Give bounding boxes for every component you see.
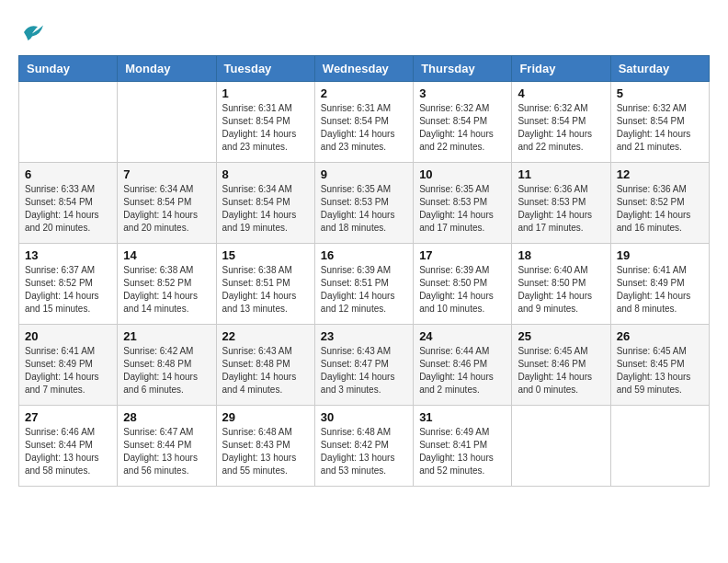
page-header (18, 18, 710, 46)
weekday-header: Friday (512, 56, 610, 82)
calendar-cell: 28Sunrise: 6:47 AM Sunset: 8:44 PM Dayli… (118, 406, 216, 487)
calendar-cell: 15Sunrise: 6:38 AM Sunset: 8:51 PM Dayli… (216, 244, 314, 325)
calendar-week-row: 1Sunrise: 6:31 AM Sunset: 8:54 PM Daylig… (19, 82, 710, 163)
calendar-cell: 22Sunrise: 6:43 AM Sunset: 8:48 PM Dayli… (216, 325, 314, 406)
day-number: 23 (321, 329, 407, 343)
calendar-cell: 24Sunrise: 6:44 AM Sunset: 8:46 PM Dayli… (414, 325, 512, 406)
day-number: 16 (321, 248, 407, 262)
weekday-header: Thursday (414, 56, 512, 82)
day-number: 6 (25, 167, 111, 181)
calendar-cell: 8Sunrise: 6:34 AM Sunset: 8:54 PM Daylig… (216, 163, 314, 244)
day-info: Sunrise: 6:38 AM Sunset: 8:52 PM Dayligh… (123, 264, 210, 316)
day-info: Sunrise: 6:41 AM Sunset: 8:49 PM Dayligh… (25, 345, 111, 396)
weekday-header: Monday (118, 56, 216, 82)
calendar-header-row: SundayMondayTuesdayWednesdayThursdayFrid… (19, 56, 710, 82)
day-info: Sunrise: 6:33 AM Sunset: 8:54 PM Dayligh… (25, 183, 111, 235)
calendar-cell: 19Sunrise: 6:41 AM Sunset: 8:49 PM Dayli… (610, 244, 709, 325)
calendar-cell: 5Sunrise: 6:32 AM Sunset: 8:54 PM Daylig… (610, 82, 709, 163)
calendar-cell: 26Sunrise: 6:45 AM Sunset: 8:45 PM Dayli… (610, 325, 709, 406)
weekday-header: Sunday (19, 56, 118, 82)
calendar-cell: 27Sunrise: 6:46 AM Sunset: 8:44 PM Dayli… (19, 406, 118, 487)
calendar-cell: 30Sunrise: 6:48 AM Sunset: 8:42 PM Dayli… (314, 406, 413, 487)
day-info: Sunrise: 6:32 AM Sunset: 8:54 PM Dayligh… (518, 102, 604, 154)
day-number: 5 (617, 86, 703, 100)
day-info: Sunrise: 6:43 AM Sunset: 8:48 PM Dayligh… (222, 345, 309, 396)
day-number: 20 (25, 329, 111, 343)
day-number: 15 (222, 248, 309, 262)
weekday-header: Tuesday (216, 56, 314, 82)
day-info: Sunrise: 6:42 AM Sunset: 8:48 PM Dayligh… (123, 345, 210, 396)
day-number: 9 (321, 167, 407, 181)
calendar-cell: 6Sunrise: 6:33 AM Sunset: 8:54 PM Daylig… (19, 163, 118, 244)
day-number: 1 (222, 86, 309, 100)
day-info: Sunrise: 6:49 AM Sunset: 8:41 PM Dayligh… (419, 426, 506, 477)
day-info: Sunrise: 6:35 AM Sunset: 8:53 PM Dayligh… (321, 183, 407, 235)
day-info: Sunrise: 6:43 AM Sunset: 8:47 PM Dayligh… (321, 345, 407, 396)
calendar-week-row: 6Sunrise: 6:33 AM Sunset: 8:54 PM Daylig… (19, 163, 710, 244)
calendar-cell (118, 82, 216, 163)
calendar-cell: 17Sunrise: 6:39 AM Sunset: 8:50 PM Dayli… (414, 244, 512, 325)
day-number: 17 (419, 248, 506, 262)
day-info: Sunrise: 6:37 AM Sunset: 8:52 PM Dayligh… (25, 264, 111, 316)
day-number: 25 (518, 329, 604, 343)
calendar-cell: 11Sunrise: 6:36 AM Sunset: 8:53 PM Dayli… (512, 163, 610, 244)
calendar-cell (512, 406, 610, 487)
calendar-cell: 4Sunrise: 6:32 AM Sunset: 8:54 PM Daylig… (512, 82, 610, 163)
day-info: Sunrise: 6:48 AM Sunset: 8:43 PM Dayligh… (222, 426, 309, 477)
day-info: Sunrise: 6:47 AM Sunset: 8:44 PM Dayligh… (123, 426, 210, 477)
day-number: 22 (222, 329, 309, 343)
day-info: Sunrise: 6:36 AM Sunset: 8:52 PM Dayligh… (617, 183, 703, 235)
day-info: Sunrise: 6:36 AM Sunset: 8:53 PM Dayligh… (518, 183, 604, 235)
day-number: 18 (518, 248, 604, 262)
day-number: 27 (25, 410, 111, 424)
day-info: Sunrise: 6:39 AM Sunset: 8:50 PM Dayligh… (419, 264, 506, 316)
calendar-cell: 9Sunrise: 6:35 AM Sunset: 8:53 PM Daylig… (314, 163, 413, 244)
day-number: 24 (419, 329, 506, 343)
calendar-week-row: 13Sunrise: 6:37 AM Sunset: 8:52 PM Dayli… (19, 244, 710, 325)
day-number: 26 (617, 329, 703, 343)
calendar-cell: 13Sunrise: 6:37 AM Sunset: 8:52 PM Dayli… (19, 244, 118, 325)
calendar-cell: 1Sunrise: 6:31 AM Sunset: 8:54 PM Daylig… (216, 82, 314, 163)
calendar-cell: 18Sunrise: 6:40 AM Sunset: 8:50 PM Dayli… (512, 244, 610, 325)
day-number: 7 (123, 167, 210, 181)
calendar-cell: 2Sunrise: 6:31 AM Sunset: 8:54 PM Daylig… (314, 82, 413, 163)
day-info: Sunrise: 6:34 AM Sunset: 8:54 PM Dayligh… (123, 183, 210, 235)
day-number: 3 (419, 86, 506, 100)
day-info: Sunrise: 6:34 AM Sunset: 8:54 PM Dayligh… (222, 183, 309, 235)
day-number: 11 (518, 167, 604, 181)
calendar-cell: 7Sunrise: 6:34 AM Sunset: 8:54 PM Daylig… (118, 163, 216, 244)
day-number: 13 (25, 248, 111, 262)
calendar-cell: 14Sunrise: 6:38 AM Sunset: 8:52 PM Dayli… (118, 244, 216, 325)
day-number: 12 (617, 167, 703, 181)
calendar-cell: 16Sunrise: 6:39 AM Sunset: 8:51 PM Dayli… (314, 244, 413, 325)
day-number: 29 (222, 410, 309, 424)
calendar-week-row: 27Sunrise: 6:46 AM Sunset: 8:44 PM Dayli… (19, 406, 710, 487)
day-number: 19 (617, 248, 703, 262)
calendar-cell (610, 406, 709, 487)
calendar-cell: 10Sunrise: 6:35 AM Sunset: 8:53 PM Dayli… (414, 163, 512, 244)
calendar-cell: 3Sunrise: 6:32 AM Sunset: 8:54 PM Daylig… (414, 82, 512, 163)
day-number: 14 (123, 248, 210, 262)
day-number: 2 (321, 86, 407, 100)
day-info: Sunrise: 6:45 AM Sunset: 8:46 PM Dayligh… (518, 345, 604, 396)
day-info: Sunrise: 6:31 AM Sunset: 8:54 PM Dayligh… (222, 102, 309, 154)
day-info: Sunrise: 6:45 AM Sunset: 8:45 PM Dayligh… (617, 345, 703, 396)
day-number: 28 (123, 410, 210, 424)
day-number: 30 (321, 410, 407, 424)
day-info: Sunrise: 6:32 AM Sunset: 8:54 PM Dayligh… (419, 102, 506, 154)
calendar-cell: 31Sunrise: 6:49 AM Sunset: 8:41 PM Dayli… (414, 406, 512, 487)
day-number: 8 (222, 167, 309, 181)
calendar-cell: 12Sunrise: 6:36 AM Sunset: 8:52 PM Dayli… (610, 163, 709, 244)
calendar-week-row: 20Sunrise: 6:41 AM Sunset: 8:49 PM Dayli… (19, 325, 710, 406)
day-number: 4 (518, 86, 604, 100)
day-info: Sunrise: 6:38 AM Sunset: 8:51 PM Dayligh… (222, 264, 309, 316)
day-info: Sunrise: 6:32 AM Sunset: 8:54 PM Dayligh… (617, 102, 703, 154)
calendar-cell: 21Sunrise: 6:42 AM Sunset: 8:48 PM Dayli… (118, 325, 216, 406)
day-info: Sunrise: 6:40 AM Sunset: 8:50 PM Dayligh… (518, 264, 604, 316)
day-info: Sunrise: 6:44 AM Sunset: 8:46 PM Dayligh… (419, 345, 506, 396)
day-info: Sunrise: 6:35 AM Sunset: 8:53 PM Dayligh… (419, 183, 506, 235)
calendar-cell: 20Sunrise: 6:41 AM Sunset: 8:49 PM Dayli… (19, 325, 118, 406)
calendar-cell (19, 82, 118, 163)
day-number: 21 (123, 329, 210, 343)
calendar-table: SundayMondayTuesdayWednesdayThursdayFrid… (18, 55, 710, 487)
